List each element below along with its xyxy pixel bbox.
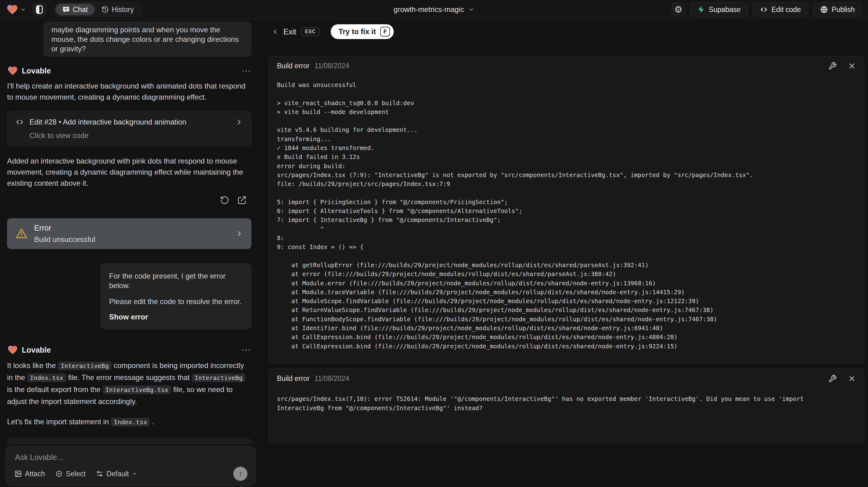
tab-history-label: History — [112, 5, 134, 14]
build-error-panel-1: Build error 11/08/2024 Build was unsucce… — [269, 56, 864, 364]
panel-date: 11/08/2024 — [314, 62, 349, 70]
chevron-down-icon — [468, 6, 474, 12]
try-to-fix-label: Try to fix it — [339, 27, 376, 36]
inline-code: InteractiveBg — [58, 362, 112, 370]
error-workspace: Exit ESC Try to fix it F Build error 11/… — [258, 19, 868, 487]
assistant-name: Lovable — [22, 345, 51, 355]
publish-label: Publish — [832, 5, 855, 14]
assistant-name: Lovable — [22, 66, 51, 75]
user-message-line: For the code present, I get the error be… — [109, 271, 243, 290]
select-button[interactable]: Select — [55, 470, 86, 478]
model-label: Default — [106, 470, 129, 478]
panel-left-icon — [36, 5, 43, 14]
close-icon[interactable] — [848, 62, 856, 70]
edit-card-subtitle: Click to view code — [30, 131, 243, 140]
send-button[interactable]: ↑ — [233, 467, 247, 481]
chat-scroll-area[interactable]: maybe diagramming points and when you mo… — [0, 19, 258, 444]
user-message: maybe diagramming points and when you mo… — [43, 22, 251, 57]
sliders-icon — [96, 470, 103, 478]
chevron-down-icon — [132, 471, 137, 477]
build-log: Build was unsuccessful > vite_react_shad… — [269, 75, 864, 351]
lovable-heart-icon — [7, 65, 18, 76]
lovable-logo-menu[interactable] — [6, 3, 26, 16]
model-selector[interactable]: Default — [96, 470, 137, 478]
inline-code: InteractiveBg.tsx — [103, 386, 171, 394]
gear-icon: ⚙ — [674, 5, 683, 14]
error-card-subtitle: Build unsuccessful — [34, 235, 95, 244]
chevron-right-icon — [236, 230, 243, 238]
top-bar: Chat History growth-metrics-magic ⚙ — [0, 0, 868, 19]
settings-button[interactable]: ⚙ — [672, 3, 685, 16]
build-error-card[interactable]: Error Build unsuccessful — [7, 218, 251, 249]
attach-button[interactable]: Attach — [14, 470, 45, 478]
refresh-icon[interactable] — [220, 195, 229, 205]
supabase-label: Supabase — [709, 5, 741, 14]
show-error-link[interactable]: Show error — [109, 312, 243, 322]
edit-card-29[interactable]: Edit #29 • Fix import error for Interact… — [7, 438, 251, 444]
composer: Attach Select Defa — [5, 446, 256, 486]
attach-image-icon — [14, 470, 22, 478]
assistant-message-header: Lovable ⋯ — [7, 65, 251, 76]
panel-title: Build error — [277, 62, 310, 70]
lovable-heart-icon — [7, 344, 18, 356]
edit-code-button[interactable]: Edit code — [753, 2, 808, 17]
history-clock-icon — [101, 6, 109, 13]
message-actions — [7, 195, 251, 205]
supabase-bolt-icon — [697, 5, 705, 13]
publish-button[interactable]: Publish — [813, 2, 862, 17]
edit-card-title: Edit #28 • Add interactive background an… — [30, 118, 186, 126]
esc-key-badge: ESC — [301, 27, 320, 36]
sidebar-toggle-button[interactable] — [33, 3, 46, 16]
exit-label: Exit — [283, 27, 296, 36]
chat-input[interactable] — [14, 453, 249, 462]
warning-triangle-icon — [15, 227, 28, 240]
attach-label: Attach — [25, 470, 45, 478]
chevron-right-icon — [235, 118, 243, 126]
project-switcher[interactable]: growth-metrics-magic — [394, 5, 474, 14]
build-error-panel-2: Build error 11/08/2024 src/pages/Index.t… — [269, 369, 864, 443]
build-log: src/pages/Index.tsx(7,10): error TS2614:… — [269, 388, 825, 413]
chevron-left-icon — [272, 28, 278, 35]
more-options-icon[interactable]: ⋯ — [242, 69, 251, 72]
target-icon — [55, 470, 63, 478]
edit-code-label: Edit code — [772, 5, 801, 14]
error-card-title: Error — [34, 223, 95, 233]
panel-date: 11/08/2024 — [314, 374, 349, 383]
chat-bubble-icon — [62, 6, 70, 13]
chat-panel: maybe diagramming points and when you mo… — [0, 19, 258, 487]
fix-bar: Exit ESC Try to fix it F — [272, 23, 394, 40]
assistant-text: Let's fix the import statement in Index.… — [7, 416, 251, 428]
try-to-fix-button[interactable]: Try to fix it F — [331, 24, 394, 39]
assistant-message-header: Lovable ⋯ — [7, 344, 251, 356]
select-label: Select — [66, 470, 86, 478]
open-in-new-icon[interactable] — [237, 195, 247, 205]
assistant-text: Added an interactive background with pin… — [7, 156, 251, 189]
tab-history[interactable]: History — [95, 4, 141, 16]
chat-history-tabs: Chat History — [54, 2, 142, 17]
assistant-text: It looks like the InteractiveBg componen… — [7, 360, 251, 407]
more-options-icon[interactable]: ⋯ — [242, 348, 251, 352]
assistant-text: I'll help create an interactive backgrou… — [7, 81, 251, 103]
wrench-icon[interactable] — [828, 374, 837, 383]
arrow-up-icon: ↑ — [239, 469, 243, 479]
chevron-down-icon — [20, 7, 26, 12]
panel-header: Build error 11/08/2024 — [269, 369, 864, 388]
supabase-button[interactable]: Supabase — [690, 2, 748, 17]
edit-card-28[interactable]: Edit #28 • Add interactive background an… — [7, 111, 251, 146]
panel-title: Build error — [277, 374, 310, 383]
user-message: For the code present, I get the error be… — [100, 263, 251, 330]
panel-header: Build error 11/08/2024 — [269, 56, 864, 75]
exit-button[interactable]: Exit ESC — [272, 27, 320, 36]
user-message-line: Please edit the code to resolve the erro… — [109, 297, 243, 306]
globe-icon — [820, 5, 828, 13]
close-icon[interactable] — [848, 374, 856, 383]
code-icon — [760, 5, 768, 13]
lovable-heart-icon — [6, 3, 19, 16]
code-icon — [16, 118, 24, 126]
f-key-badge: F — [380, 27, 390, 37]
tab-chat[interactable]: Chat — [56, 4, 95, 16]
inline-code: Index.tsx — [111, 418, 150, 426]
inline-code: Index.tsx — [27, 373, 66, 382]
wrench-icon[interactable] — [828, 62, 837, 70]
project-name: growth-metrics-magic — [394, 5, 464, 14]
